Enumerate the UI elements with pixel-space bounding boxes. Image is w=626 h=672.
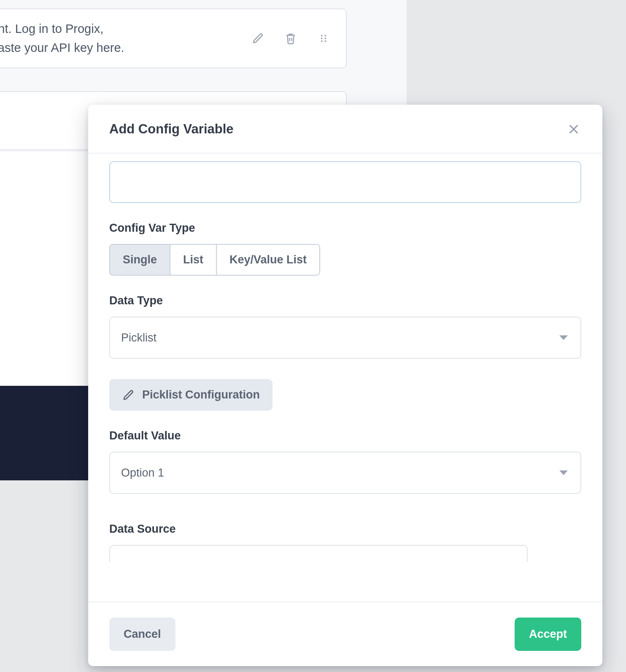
modal-header: Add Config Variable: [88, 105, 602, 154]
modal-body: Config Var Type Single List Key/Value Li…: [88, 154, 602, 602]
close-icon: [567, 122, 580, 136]
cancel-button[interactable]: Cancel: [109, 618, 175, 651]
default-value-select[interactable]: Option 1: [109, 452, 581, 494]
data-type-label: Data Type: [109, 294, 581, 307]
data-type-select[interactable]: Picklist: [109, 317, 581, 359]
chevron-down-icon: [559, 336, 568, 340]
default-value-value: Option 1: [121, 466, 164, 480]
data-source-select[interactable]: [109, 545, 528, 562]
modal-footer: Cancel Accept: [88, 602, 602, 666]
svg-point-3: [324, 38, 326, 39]
config-var-type-group: Config Var Type Single List Key/Value Li…: [109, 222, 581, 276]
background-info-card: r Progix account. Log in to Progix, ate …: [0, 8, 347, 68]
svg-point-2: [321, 38, 323, 39]
svg-point-0: [321, 35, 323, 36]
background-card-actions: [251, 31, 334, 46]
close-button[interactable]: [566, 122, 581, 137]
trash-icon[interactable]: [283, 31, 298, 46]
background-card-text: r Progix account. Log in to Progix, ate …: [0, 19, 124, 57]
svg-point-4: [321, 40, 323, 42]
data-source-label: Data Source: [109, 523, 581, 536]
svg-point-5: [324, 40, 326, 42]
chevron-down-icon: [559, 471, 568, 475]
default-value-group: Default Value Option 1: [109, 429, 581, 494]
config-var-type-single[interactable]: Single: [109, 244, 170, 276]
accept-button[interactable]: Accept: [515, 618, 581, 651]
data-type-value: Picklist: [121, 331, 156, 344]
picklist-configuration-label: Picklist Configuration: [142, 388, 260, 401]
config-var-type-label: Config Var Type: [109, 222, 581, 235]
data-source-group: Data Source: [109, 523, 581, 562]
config-var-type-keyvalue[interactable]: Key/Value List: [216, 244, 320, 276]
default-value-label: Default Value: [109, 429, 581, 442]
modal-title: Add Config Variable: [109, 122, 234, 137]
svg-point-1: [324, 35, 326, 36]
config-var-type-segmented: Single List Key/Value List: [109, 244, 320, 276]
add-config-variable-modal: Add Config Variable Config Var Type Sing…: [88, 105, 602, 666]
config-var-type-list[interactable]: List: [170, 244, 217, 276]
edit-icon: [122, 389, 135, 401]
edit-icon[interactable]: [251, 31, 265, 46]
picklist-configuration-button[interactable]: Picklist Configuration: [109, 379, 273, 411]
drag-handle-icon[interactable]: [316, 31, 331, 46]
data-type-group: Data Type Picklist: [109, 294, 581, 359]
name-input[interactable]: [109, 161, 581, 203]
